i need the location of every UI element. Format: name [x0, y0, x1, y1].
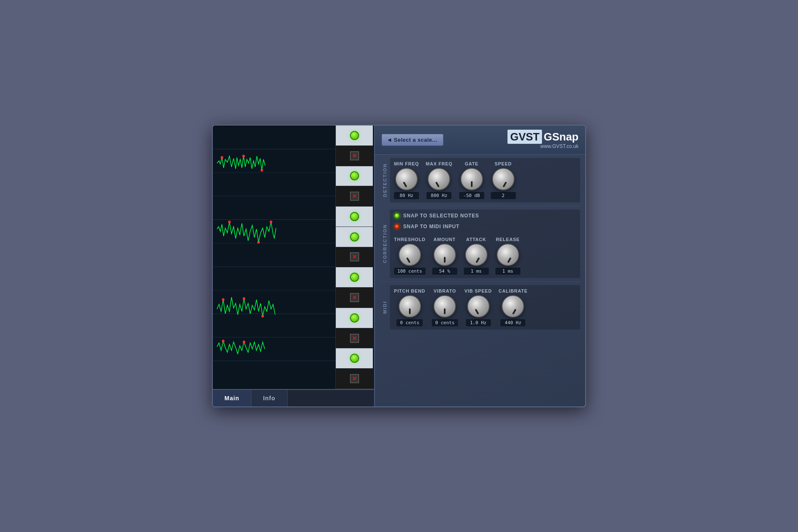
tab-main[interactable]: Main	[213, 390, 251, 406]
min-freq-value: 80 Hz	[394, 192, 419, 199]
correction-wrapper: Snap to selected notes Snap to midi inpu…	[394, 213, 576, 275]
svg-point-15	[270, 221, 272, 224]
piano-keys: ✕ ✕	[335, 126, 373, 389]
snap-midi-label: Snap to midi input	[403, 224, 459, 229]
midi-label: Midi	[380, 285, 390, 330]
right-panel: Select a scale... GVSTGSnap www.GVST.co.…	[375, 126, 585, 406]
detection-knobs-row: Min Freq 80 Hz Max Freq 800 Hz Gate	[394, 161, 576, 199]
piano-key-row	[336, 207, 373, 227]
vib-speed-knob[interactable]	[467, 295, 490, 318]
piano-key-row: ✕	[336, 328, 373, 349]
pitch-bend-value: 0 cents	[397, 319, 422, 326]
piano-key-row	[336, 308, 373, 328]
svg-point-20	[243, 340, 245, 343]
piano-key-row	[336, 267, 373, 288]
midi-knobs-row: Pitch Bend 0 cents Vibrato 0 cents Vib S…	[394, 288, 576, 326]
attack-group: Attack 1 ms	[464, 237, 489, 275]
svg-point-13	[228, 221, 231, 224]
gate-group: Gate -50 dB	[459, 161, 484, 199]
attack-label: Attack	[466, 237, 486, 242]
key-toggle-green[interactable]	[350, 354, 359, 363]
piano-key-row	[336, 166, 373, 187]
detection-label: Detection	[380, 158, 390, 202]
vibrato-group: Vibrato 0 cents	[432, 288, 458, 326]
piano-key-row: ✕	[336, 146, 373, 166]
plugin-body: ✕ ✕	[213, 126, 585, 406]
divider-2	[380, 281, 580, 282]
svg-point-14	[257, 241, 260, 244]
gate-value: -50 dB	[459, 192, 484, 199]
attack-knob[interactable]	[465, 244, 488, 266]
vib-speed-group: Vib Speed 1.0 Hz	[465, 288, 492, 326]
calibrate-group: Calibrate 440 Hz	[498, 288, 527, 326]
amount-value: 54 %	[432, 268, 457, 275]
brand-logo: GVSTGSnap	[507, 131, 579, 143]
snap-selected-indicator	[394, 213, 400, 219]
snap-midi-row[interactable]: Snap to midi input	[394, 224, 576, 229]
snap-midi-indicator	[394, 224, 400, 229]
calibrate-knob[interactable]	[502, 295, 524, 318]
amount-knob[interactable]	[433, 244, 456, 266]
key-toggle-green[interactable]	[350, 131, 359, 140]
snap-selected-label: Snap to selected notes	[403, 213, 479, 219]
correction-knobs-row: Threshold 100 cents Amount 54 %	[394, 237, 576, 275]
speed-group: Speed 2	[491, 161, 516, 199]
key-toggle-x[interactable]: ✕	[350, 374, 359, 383]
speed-value: 2	[491, 192, 516, 199]
key-toggle-green[interactable]	[350, 232, 359, 241]
max-freq-label: Max Freq	[426, 161, 452, 166]
release-knob[interactable]	[497, 244, 519, 266]
select-scale-button[interactable]: Select a scale...	[382, 134, 443, 146]
min-freq-knob[interactable]	[395, 168, 418, 190]
piano-key-row	[336, 126, 373, 146]
threshold-value: 100 cents	[394, 268, 426, 275]
pitch-bend-knob[interactable]	[399, 295, 421, 318]
gate-knob[interactable]	[461, 168, 483, 190]
brand-gvst: GVST	[507, 130, 542, 144]
svg-point-17	[243, 297, 245, 300]
threshold-label: Threshold	[394, 237, 426, 242]
snap-selected-row[interactable]: Snap to selected notes	[394, 213, 576, 219]
detection-content: Min Freq 80 Hz Max Freq 800 Hz Gate	[390, 158, 580, 202]
plugin-window: ✕ ✕	[212, 125, 586, 407]
left-panel: ✕ ✕	[213, 126, 375, 406]
amount-group: Amount 54 %	[432, 237, 457, 275]
key-toggle-x[interactable]: ✕	[350, 151, 359, 160]
attack-value: 1 ms	[464, 268, 489, 275]
key-toggle-green[interactable]	[350, 273, 359, 282]
vibrato-value: 0 cents	[432, 319, 458, 326]
sections-container: Detection Min Freq 80 Hz Max Freq	[375, 155, 585, 406]
calibrate-value: 440 Hz	[500, 319, 525, 326]
svg-point-11	[242, 155, 245, 158]
max-freq-group: Max Freq 800 Hz	[426, 161, 452, 199]
min-freq-group: Min Freq 80 Hz	[394, 161, 419, 199]
speed-knob[interactable]	[492, 168, 515, 190]
piano-key-row	[336, 348, 373, 369]
piano-key-row: ✕	[336, 247, 373, 268]
tab-info[interactable]: Info	[251, 390, 288, 406]
key-toggle-green[interactable]	[350, 313, 359, 323]
threshold-knob[interactable]	[399, 244, 421, 266]
pitch-bend-label: Pitch Bend	[394, 288, 425, 293]
key-toggle-green[interactable]	[350, 212, 359, 221]
min-freq-label: Min Freq	[394, 161, 419, 166]
max-freq-knob[interactable]	[428, 168, 450, 190]
svg-point-16	[222, 298, 224, 301]
pitch-bend-group: Pitch Bend 0 cents	[394, 288, 425, 326]
svg-point-12	[261, 169, 263, 172]
key-toggle-x[interactable]: ✕	[350, 192, 359, 201]
key-toggle-x[interactable]: ✕	[350, 293, 359, 302]
release-group: Release 1 ms	[495, 237, 520, 275]
piano-key-row: ✕	[336, 369, 373, 389]
key-toggle-green[interactable]	[350, 171, 359, 180]
correction-content: Snap to selected notes Snap to midi inpu…	[390, 209, 580, 278]
key-toggle-x[interactable]: ✕	[350, 334, 359, 343]
threshold-group: Threshold 100 cents	[394, 237, 426, 275]
vibrato-knob[interactable]	[433, 295, 456, 318]
piano-key-row: ✕	[336, 186, 373, 207]
pitch-display: ✕ ✕	[213, 126, 374, 389]
detection-section: Detection Min Freq 80 Hz Max Freq	[380, 158, 580, 202]
svg-point-10	[221, 156, 223, 159]
waveform-svg	[213, 126, 335, 389]
key-toggle-x[interactable]: ✕	[350, 252, 359, 261]
